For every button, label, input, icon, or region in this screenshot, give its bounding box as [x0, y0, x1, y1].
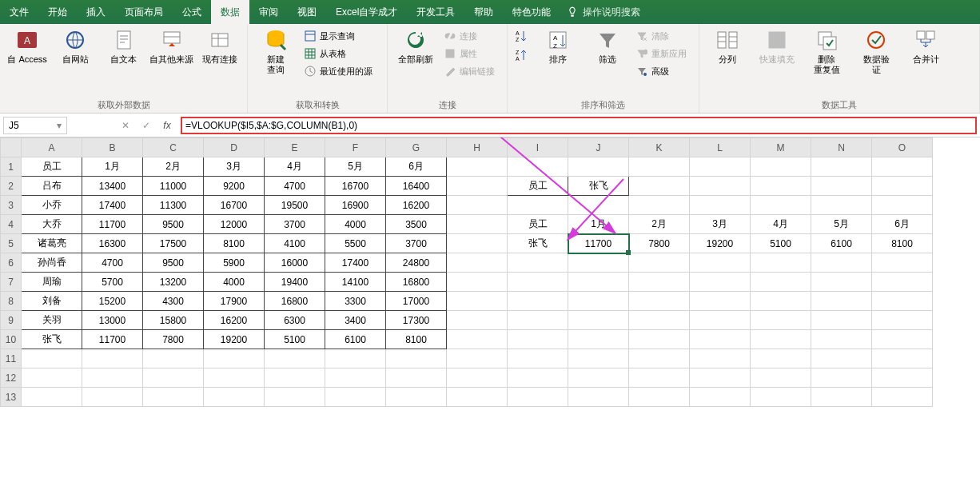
cell[interactable]: 孙尚香 [22, 253, 82, 273]
cell[interactable] [872, 177, 933, 196]
cell[interactable] [629, 253, 690, 273]
cell[interactable] [508, 330, 568, 349]
cell[interactable] [447, 368, 508, 388]
cell[interactable]: 5700 [82, 273, 143, 292]
cell[interactable]: 5500 [325, 234, 386, 253]
cell[interactable]: 3700 [386, 234, 447, 253]
cell[interactable]: 1月 [568, 215, 629, 234]
cell[interactable]: 8100 [204, 234, 265, 253]
name-box[interactable]: J5 ▾ [3, 117, 67, 134]
cell[interactable] [690, 388, 751, 407]
cell[interactable] [508, 273, 568, 292]
row-header[interactable]: 2 [1, 177, 22, 196]
cell[interactable]: 3700 [265, 215, 325, 234]
consolidate-button[interactable]: 合并计 [902, 27, 949, 65]
cell[interactable]: 4300 [143, 292, 204, 311]
cell[interactable]: 6300 [265, 311, 325, 330]
connections-button[interactable]: 连接 [442, 27, 496, 45]
new-query-button[interactable]: 新建 查询 [253, 27, 299, 75]
row-header[interactable]: 11 [1, 349, 22, 368]
row-header[interactable]: 8 [1, 292, 22, 311]
tab-dev[interactable]: 开发工具 [407, 0, 464, 24]
cell[interactable] [568, 388, 629, 407]
cell[interactable] [447, 215, 508, 234]
cell[interactable]: 11700 [568, 234, 629, 253]
cell[interactable]: 员工 [22, 157, 82, 177]
sort-asc-button[interactable]: AZ [512, 27, 528, 45]
cell[interactable]: 3500 [386, 215, 447, 234]
cell[interactable] [751, 311, 811, 330]
cell[interactable] [447, 177, 508, 196]
row-header[interactable]: 4 [1, 215, 22, 234]
cell[interactable] [751, 388, 811, 407]
advanced-filter-button[interactable]: 高级 [634, 62, 688, 80]
tab-custom1[interactable]: Excel自学成才 [326, 0, 407, 24]
from-text-button[interactable]: 自文本 [101, 27, 145, 65]
col-header[interactable]: C [143, 138, 204, 157]
cell[interactable] [690, 311, 751, 330]
cell[interactable]: 4700 [265, 177, 325, 196]
cell[interactable]: 16400 [386, 177, 447, 196]
cell[interactable]: 8100 [386, 330, 447, 349]
row-header[interactable]: 7 [1, 273, 22, 292]
cell[interactable]: 周瑜 [22, 273, 82, 292]
cell[interactable] [447, 388, 508, 407]
cell[interactable] [811, 196, 872, 215]
cell[interactable] [265, 388, 325, 407]
col-header[interactable]: O [872, 138, 933, 157]
cell[interactable]: 5100 [751, 234, 811, 253]
cell[interactable] [204, 368, 265, 388]
cell[interactable] [568, 311, 629, 330]
cell[interactable]: 15800 [143, 311, 204, 330]
cell[interactable] [751, 292, 811, 311]
cell[interactable] [811, 157, 872, 177]
cell[interactable] [143, 388, 204, 407]
cell[interactable] [751, 196, 811, 215]
tab-data[interactable]: 数据 [211, 0, 249, 24]
cell[interactable] [325, 349, 386, 368]
row-header[interactable]: 5 [1, 234, 22, 253]
cell[interactable] [82, 368, 143, 388]
cell[interactable] [690, 292, 751, 311]
cell[interactable]: 12000 [204, 215, 265, 234]
cell[interactable] [690, 330, 751, 349]
cell[interactable] [872, 388, 933, 407]
cell[interactable] [447, 234, 508, 253]
cell[interactable]: 13200 [143, 273, 204, 292]
cell[interactable]: 小乔 [22, 196, 82, 215]
tab-insert[interactable]: 插入 [77, 0, 115, 24]
cell[interactable]: 15200 [82, 292, 143, 311]
cell[interactable]: 17000 [386, 292, 447, 311]
cell[interactable]: 19200 [690, 234, 751, 253]
cell[interactable] [508, 388, 568, 407]
cell[interactable] [447, 157, 508, 177]
accept-formula-button[interactable]: ✓ [136, 117, 157, 134]
cell[interactable]: 5月 [325, 157, 386, 177]
cell[interactable] [811, 349, 872, 368]
col-header[interactable]: A [22, 138, 82, 157]
text-to-columns-button[interactable]: 分列 [704, 27, 751, 65]
cell[interactable] [22, 388, 82, 407]
cell[interactable] [629, 311, 690, 330]
cell[interactable] [568, 157, 629, 177]
cell[interactable] [447, 273, 508, 292]
col-header[interactable]: N [811, 138, 872, 157]
cell[interactable]: 9500 [143, 253, 204, 273]
cell[interactable]: 16800 [386, 273, 447, 292]
cell[interactable]: 17400 [82, 196, 143, 215]
recent-sources-button[interactable]: 最近使用的源 [302, 62, 374, 80]
cell[interactable]: 16000 [265, 253, 325, 273]
cell[interactable]: 19400 [265, 273, 325, 292]
col-header[interactable]: I [508, 138, 568, 157]
cell[interactable]: 2月 [143, 157, 204, 177]
cell[interactable]: 6月 [386, 157, 447, 177]
cell[interactable] [872, 292, 933, 311]
cell[interactable] [872, 157, 933, 177]
cell[interactable]: 6月 [872, 215, 933, 234]
cell[interactable] [386, 349, 447, 368]
cell[interactable]: 14100 [325, 273, 386, 292]
cell[interactable] [568, 349, 629, 368]
cell[interactable]: 大乔 [22, 215, 82, 234]
cell[interactable] [872, 273, 933, 292]
from-access-button[interactable]: A 自 Access [5, 27, 50, 65]
